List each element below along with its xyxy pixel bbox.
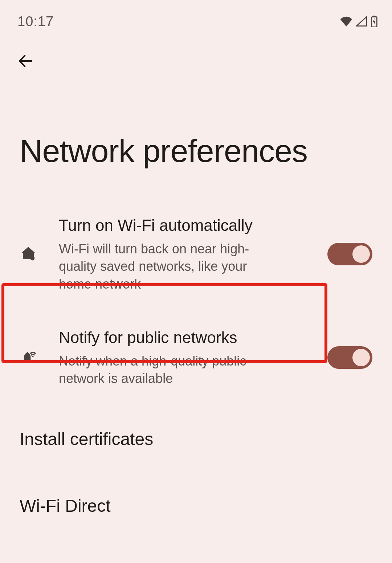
setting-subtitle: Notify when a high-quality public networ… — [59, 352, 248, 388]
home-refresh-icon — [20, 245, 59, 263]
setting-text: Notify for public networks Notify when a… — [59, 327, 327, 388]
setting-title: Wi-Fi Direct — [20, 495, 364, 517]
arrow-left-icon — [17, 53, 33, 70]
battery-charging-icon — [370, 16, 378, 27]
setting-title: Turn on Wi-Fi automatically — [59, 215, 319, 235]
page-title: Network preferences — [0, 73, 392, 169]
notify-public-toggle[interactable] — [327, 346, 372, 369]
status-icons — [340, 16, 378, 27]
setting-text: Install certificates — [20, 428, 372, 450]
status-bar: 10:17 — [0, 0, 392, 33]
setting-wifi-direct[interactable]: Wi-Fi Direct — [0, 484, 392, 529]
wifi-icon — [340, 16, 353, 26]
setting-text: Turn on Wi-Fi automatically Wi-Fi will t… — [59, 215, 327, 293]
auto-wifi-toggle[interactable] — [327, 243, 372, 265]
svg-rect-3 — [27, 352, 28, 354]
setting-text: Wi-Fi Direct — [20, 495, 372, 517]
svg-point-4 — [32, 355, 34, 357]
setting-subtitle: Wi-Fi will turn back on near high-qualit… — [59, 240, 262, 293]
status-time: 10:17 — [17, 14, 54, 29]
setting-title: Notify for public networks — [59, 327, 319, 347]
setting-title: Install certificates — [20, 428, 364, 450]
bell-wifi-icon — [20, 348, 59, 367]
signal-icon — [356, 16, 367, 26]
back-button[interactable] — [15, 51, 36, 73]
setting-notify-public[interactable]: Notify for public networks Notify when a… — [0, 316, 392, 399]
setting-install-certificates[interactable]: Install certificates — [0, 417, 392, 462]
app-bar — [0, 33, 392, 73]
svg-rect-1 — [373, 16, 376, 17]
setting-auto-wifi[interactable]: Turn on Wi-Fi automatically Wi-Fi will t… — [0, 204, 392, 305]
settings-list: Turn on Wi-Fi automatically Wi-Fi will t… — [0, 169, 392, 529]
